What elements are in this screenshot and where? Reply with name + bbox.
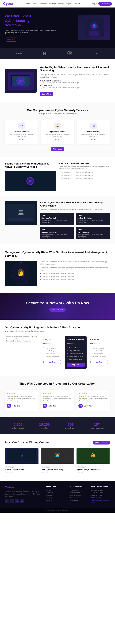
instagram-icon[interactable]: in — [15, 499, 19, 503]
svg-text:👩‍💻: 👩‍💻 — [55, 453, 60, 458]
history-year-1: 2018 — [78, 214, 108, 216]
footer-services-list: Web Security Data Protection Network Sec… — [69, 490, 88, 501]
blog-tag-1: Technology — [41, 466, 50, 468]
all-services-button[interactable]: All Services — [51, 147, 64, 151]
check-icon: ✓ — [67, 352, 68, 354]
login-button[interactable]: Log In — [92, 3, 97, 5]
price-feature-corp-3: ✓Flexibility Guarantee — [90, 356, 108, 358]
pricing-description: Lorem ipsum dolor sit amet, consectetur … — [5, 336, 39, 369]
footer-service-0[interactable]: Web Security — [69, 490, 88, 491]
stat-value-3: 15Y — [86, 422, 108, 426]
service-desc-1: Lorem ipsum dolor sit amet, consectetur … — [43, 134, 72, 138]
stat-label-1: IT Analyst — [33, 427, 56, 429]
risk-list: Lorem ipsum dolor sit amet, consectetur … — [40, 273, 110, 280]
nav-pricing[interactable]: Pricing & Package — [49, 3, 64, 5]
blog-image-2: 🔐 — [76, 448, 110, 464]
price-name-0: Analyzer — [43, 338, 61, 341]
blog-read-more-1[interactable]: Read More — [41, 471, 74, 473]
svg-marker-21 — [29, 180, 32, 182]
about-stat-1: 15 Years Of Experience Lorem ipsum dolor… — [40, 80, 110, 84]
blog-title: Read Our Creative Writing Content — [5, 441, 50, 444]
service-learn-more-2[interactable]: Learn More → — [89, 139, 98, 140]
history-stat-2: 2019 Go Public Business Lorem ipsum dolo… — [40, 227, 74, 240]
history-stat-desc-0: Lorem ipsum dolor sit amet, consectetur … — [42, 220, 73, 224]
about-learn-more-button[interactable]: Learn More — [40, 92, 53, 96]
cta-button[interactable]: Get IT Solution — [49, 308, 66, 312]
nav-contact[interactable]: Contact — [74, 3, 80, 5]
risk-feature-2: Lorem ipsum dolor sit amet, consectetur … — [40, 279, 110, 280]
blog-read-more-0[interactable]: Read More — [6, 471, 38, 473]
price-buy-button-2[interactable]: Buy Now — [90, 360, 108, 364]
svg-text:👤: 👤 — [92, 24, 96, 28]
footer-link-0[interactable]: Home — [46, 490, 66, 491]
footer-link-4[interactable]: Contact — [46, 500, 66, 501]
footer-link-3[interactable]: Pricing — [46, 497, 66, 499]
footer-service-1[interactable]: Data Protection — [69, 492, 88, 494]
history-text: Expert Cyber Security Solutions Business… — [40, 201, 110, 240]
nav-about[interactable]: About — [33, 3, 38, 5]
network-right-desc: Lorem ipsum dolor sit amet, consectetur … — [59, 166, 110, 170]
pricing-section: Our Cybersecurity Package And Schedule A… — [0, 320, 115, 376]
footer-link-2[interactable]: Services — [46, 494, 66, 496]
svg-text:🖥: 🖥 — [20, 453, 24, 457]
svg-rect-16 — [5, 170, 56, 191]
service-learn-more-1[interactable]: Learn More → — [53, 139, 62, 140]
history-stat-desc-2: Lorem ipsum dolor sit amet, consectetur … — [42, 234, 73, 238]
blog-section: Read Our Creative Writing Content View A… — [0, 434, 115, 481]
footer-address-title: Head Office Address — [91, 486, 110, 488]
check-icon: ✓ — [43, 347, 45, 349]
youtube-icon[interactable]: ▶ — [20, 499, 24, 503]
price-buy-button-1[interactable]: Buy Now — [67, 363, 85, 366]
svg-text:🔐: 🔐 — [91, 453, 96, 458]
brand-2: N — [43, 51, 46, 56]
footer-link-1[interactable]: About Us — [46, 492, 66, 494]
stat-dot-1 — [40, 80, 41, 81]
network-section: Secure Your Network With Advanced Networ… — [0, 157, 115, 196]
blog-post-title-1: Team Cybersecurity Working — [41, 469, 74, 471]
history-description: Lorem ipsum dolor sit amet consectetur a… — [40, 208, 110, 211]
footer-service-2[interactable]: Network Security — [69, 494, 88, 496]
price-feature-feat-0: ✓Premium Support — [67, 347, 85, 349]
view-all-button[interactable]: View All Content — [93, 441, 110, 444]
blog-card-2: 🔐 Technology Cybersecurity Company Work … — [76, 448, 110, 474]
get-started-button[interactable]: Get Started — [98, 2, 112, 6]
footer-address: 123 Security Street New York, NY 10001 +… — [91, 490, 110, 499]
nav-services[interactable]: Services — [40, 3, 47, 5]
price-buy-button-0[interactable]: Buy Now — [43, 360, 61, 364]
check-icon: ✓ — [43, 350, 45, 352]
blog-read-more-2[interactable]: Read More — [77, 471, 110, 473]
footer-quick-links-title: Quick Links — [46, 486, 66, 488]
service-icon-1: 🔒 — [54, 123, 61, 129]
history-year-2: 2019 — [42, 228, 73, 231]
hero-text: We Offer Expert Cyber Security Solutions… — [5, 14, 58, 42]
risk-desc-1: Lorem ipsum dolor sit amet, consectetur … — [40, 261, 110, 265]
history-stat-title-2: Go Public Business — [42, 232, 73, 233]
footer-brand: Cybra Lorem ipsum dolor sit amet, consec… — [5, 486, 43, 503]
price-name-2: Corporate — [90, 338, 108, 341]
stats-bar: 6,856 Website Protected 15,256 IT Analys… — [0, 417, 115, 434]
price-feature-basic-0: ✓Channel Support — [43, 347, 61, 349]
twitter-icon[interactable]: 𝕏 — [5, 499, 8, 503]
footer-service-4[interactable]: IT Consulting — [69, 500, 88, 501]
service-learn-more-0[interactable]: Learn More → — [17, 139, 26, 140]
author-name-0: John Cris — [12, 405, 20, 407]
service-title-1: Digital Data Secure — [43, 131, 72, 132]
testimonial-2: ★★★★★ Lorem ipsum dolor sit amet, consec… — [76, 390, 110, 411]
nav-home[interactable]: Home — [26, 3, 30, 5]
social-icons: 𝕏 f in ▶ — [5, 499, 43, 503]
footer-service-3[interactable]: Server Security — [69, 497, 88, 499]
hero-learn-more-button[interactable]: Learn More — [5, 38, 18, 42]
service-card-0: 🛡 Website Security Lorem ipsum dolor sit… — [5, 120, 38, 144]
blog-image-1: 👩‍💻 — [41, 448, 74, 464]
nav-pages[interactable]: Pages — [66, 3, 71, 5]
check-icon: ✓ — [90, 356, 92, 358]
service-card-1: 🔒 Digital Data Secure Lorem ipsum dolor … — [41, 120, 74, 144]
testimonials-title: They Was Completed In Protecting By Our … — [5, 382, 110, 386]
facebook-icon[interactable]: f — [10, 499, 14, 503]
service-desc-2: Lorem ipsum dolor sit amet, consectetur … — [79, 134, 108, 138]
service-title-2: Server Security — [79, 131, 108, 132]
stat-3: 15Y Years Of Experience — [84, 421, 110, 430]
blog-body-1: Technology Team Cybersecurity Working Re… — [41, 464, 74, 474]
pricing-subtitle: Lorem ipsum dolor sit amet, consectetur … — [5, 330, 110, 332]
network-right: Keep Your Sensitive Data Safe Lorem ipsu… — [59, 162, 110, 181]
